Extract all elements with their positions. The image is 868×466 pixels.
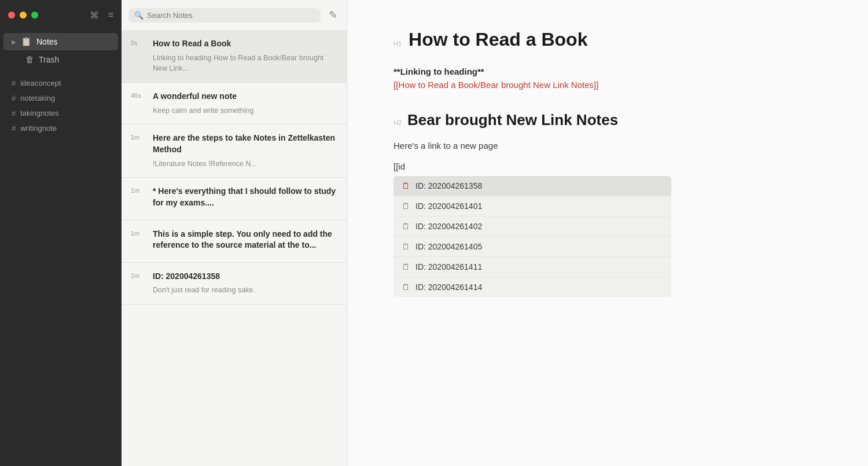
id-value: ID: 202004261401: [415, 201, 482, 211]
compose-button[interactable]: ✎: [326, 6, 340, 24]
tag-label: notetaking: [20, 94, 55, 102]
note-icon-gray: 🗒: [402, 201, 410, 211]
note-item-3[interactable]: 1m * Here's everything that I should fol…: [122, 178, 347, 220]
note-item-1[interactable]: 46s A wonderful new note Keep calm and w…: [122, 83, 347, 124]
id-row-1[interactable]: 🗒 ID: 202004261401: [393, 196, 671, 217]
id-value: ID: 202004261402: [415, 222, 482, 231]
note-header: 1m * Here's everything that I should fol…: [131, 186, 337, 208]
tag-label: writingnote: [20, 124, 57, 133]
notes-list-panel: 🔍 ✎ 0s How to Read a Book Linking to hea…: [122, 0, 347, 466]
id-value: ID: 202004261405: [415, 242, 482, 251]
main-title-block: H1 How to Read a Book: [393, 29, 822, 50]
h2-title: Bear brought New Link Notes: [407, 111, 618, 129]
settings-icon[interactable]: ≡: [108, 10, 113, 20]
note-time: 1m: [131, 272, 147, 279]
note-time: 1m: [131, 230, 147, 237]
note-title: * Here's everything that I should follow…: [153, 186, 337, 208]
sidebar-tag-takingnotes[interactable]: # takingnotes: [3, 106, 118, 120]
note-icon-gray: 🗒: [402, 262, 410, 271]
sidebar-item-notes[interactable]: ▶ 📋 Notes: [3, 33, 118, 50]
h2-block: H2 Bear brought New Link Notes: [393, 111, 822, 129]
note-item-2[interactable]: 1m Here are the steps to take Notes in Z…: [122, 124, 347, 178]
note-title: Here are the steps to take Notes in Zett…: [153, 133, 337, 155]
note-item-0[interactable]: 0s How to Read a Book Linking to heading…: [122, 30, 347, 83]
note-preview: Keep calm and write something: [131, 105, 337, 116]
sidebar-tag-ideaconcept[interactable]: # ideaconcept: [3, 76, 118, 90]
hash-icon: #: [12, 94, 16, 102]
note-header: 1m Here are the steps to take Notes in Z…: [131, 133, 337, 155]
note-preview: Don't just read for reading sake.: [131, 285, 337, 296]
tag-label: ideaconcept: [20, 79, 61, 87]
id-value: ID: 202004261414: [415, 282, 482, 292]
sidebar-nav: ▶ 📋 Notes 🗑 Trash: [0, 30, 122, 71]
tag-label: takingnotes: [20, 109, 59, 118]
note-title: ID: 202004261358: [153, 271, 220, 282]
sidebar-tag-notetaking[interactable]: # notetaking: [3, 91, 118, 105]
bold-heading: **Linking to heading**: [393, 67, 484, 76]
link-text[interactable]: [[How to Read a Book/Bear brought New Li…: [393, 80, 598, 90]
id-table: 🗒 ID: 202004261358 🗒 ID: 202004261401 🗒 …: [393, 176, 671, 297]
id-row-2[interactable]: 🗒 ID: 202004261402: [393, 217, 671, 237]
note-icon-gray: 🗒: [402, 282, 410, 292]
note-icon-red: 🗒: [402, 181, 410, 190]
notes-icon: 📋: [21, 36, 32, 47]
expand-arrow-icon: ▶: [12, 39, 16, 45]
hash-icon: #: [12, 79, 16, 87]
notes-scroll-area[interactable]: 0s How to Read a Book Linking to heading…: [122, 30, 347, 466]
note-header: 46s A wonderful new note: [131, 91, 337, 102]
note-title: This is a simple step. You only need to …: [153, 229, 337, 251]
main-title: How to Read a Book: [409, 29, 587, 50]
hash-icon: #: [12, 124, 16, 133]
note-icon-gray: 🗒: [402, 242, 410, 251]
trash-icon: 🗑: [25, 54, 34, 64]
h1-label: H1: [393, 40, 402, 47]
sidebar-item-trash[interactable]: 🗑 Trash: [3, 51, 118, 68]
h2-label: H2: [393, 119, 402, 126]
id-embed-open: [[id: [393, 162, 822, 171]
note-title: How to Read a Book: [153, 38, 231, 50]
maximize-button[interactable]: [31, 12, 38, 19]
note-header: 1m ID: 202004261358: [131, 271, 337, 282]
id-row-4[interactable]: 🗒 ID: 202004261411: [393, 257, 671, 277]
note-header: 1m This is a simple step. You only need …: [131, 229, 337, 251]
sidebar-tags: # ideaconcept # notetaking # takingnotes…: [0, 75, 122, 136]
note-time: 1m: [131, 134, 147, 141]
note-preview: !Literature Notes !Reference N...: [131, 159, 337, 170]
hash-icon: #: [12, 109, 16, 118]
minimize-button[interactable]: [20, 12, 27, 19]
main-content: H1 How to Read a Book **Linking to headi…: [347, 0, 868, 466]
id-row-0[interactable]: 🗒 ID: 202004261358: [393, 176, 671, 196]
brush-icon[interactable]: ⌘: [90, 10, 99, 21]
id-row-5[interactable]: 🗒 ID: 202004261414: [393, 277, 671, 297]
id-value: ID: 202004261358: [415, 181, 482, 190]
notes-label: Notes: [36, 37, 58, 46]
search-icon: 🔍: [134, 11, 144, 20]
id-value: ID: 202004261411: [415, 262, 482, 271]
note-header: 0s How to Read a Book: [131, 38, 337, 50]
note-time: 46s: [131, 92, 147, 99]
search-input[interactable]: [147, 11, 315, 20]
link-description: Here's a link to a new page: [393, 138, 822, 153]
note-item-4[interactable]: 1m This is a simple step. You only need …: [122, 221, 347, 263]
note-time: 1m: [131, 187, 147, 194]
notes-toolbar: 🔍 ✎: [122, 0, 347, 30]
titlebar: ⌘ ≡: [0, 0, 122, 30]
note-title: A wonderful new note: [153, 91, 237, 102]
note-time: 0s: [131, 39, 147, 46]
sidebar: ⌘ ≡ ▶ 📋 Notes 🗑 Trash # ideaconcept # no…: [0, 0, 122, 466]
search-bar[interactable]: 🔍: [128, 8, 321, 23]
trash-label: Trash: [39, 55, 59, 64]
note-item-5[interactable]: 1m ID: 202004261358 Don't just read for …: [122, 263, 347, 304]
sidebar-tag-writingnote[interactable]: # writingnote: [3, 121, 118, 135]
id-row-3[interactable]: 🗒 ID: 202004261405: [393, 237, 671, 257]
linking-block: **Linking to heading** [[How to Read a B…: [393, 67, 822, 90]
note-icon-gray: 🗒: [402, 222, 410, 231]
close-button[interactable]: [8, 12, 15, 19]
h2-section: H2 Bear brought New Link Notes: [393, 111, 822, 129]
note-preview: Linking to heading How to Read a Book/Be…: [131, 53, 337, 75]
